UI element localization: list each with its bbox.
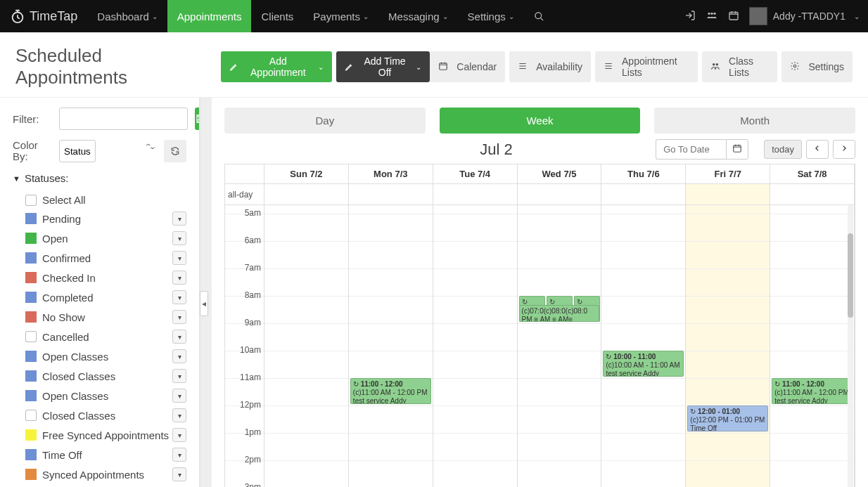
brand[interactable]: TimeTap [0,8,87,24]
allday-cell[interactable] [433,184,518,205]
status-dropdown-button[interactable]: ▾ [172,290,186,304]
status-item[interactable]: Pending▾ [25,209,186,228]
checkbox[interactable] [25,331,37,342]
calendar-event[interactable]: ↻ 12:00 - 01:00(c)12:00 PM - 01:00 PM Ti… [687,405,768,431]
day-column[interactable]: ↻ 11:00 - 12:00(c)11:00 AM - 12:00 PM te… [349,205,433,487]
view-tab-class-lists[interactable]: Class Lists [702,51,777,82]
status-label: Free Synced Appointments [42,429,169,441]
status-dropdown-button[interactable]: ▾ [172,349,186,363]
user-menu[interactable]: Addy -TTADDY1 ⌄ [749,7,860,25]
status-swatch [25,311,37,323]
checkbox[interactable] [25,410,37,421]
nav-item-appointments[interactable]: Appointments [167,0,252,32]
day-column[interactable] [433,205,518,487]
allday-cell[interactable] [686,184,770,205]
status-dropdown-button[interactable]: ▾ [172,389,186,403]
status-item[interactable]: Completed▾ [25,287,186,307]
nav-item-settings[interactable]: Settings⌄ [458,0,524,32]
view-tab-availability[interactable]: Availability [509,51,591,82]
view-tab-calendar[interactable]: Calendar [430,51,505,82]
status-item[interactable]: Checked In▾ [25,268,186,287]
status-dropdown-button[interactable]: ▾ [172,212,186,226]
day-column[interactable] [264,205,349,487]
next-button[interactable] [833,140,855,159]
refresh-color-button[interactable] [164,140,186,162]
status-dropdown-button[interactable]: ▾ [172,310,186,324]
status-item[interactable]: Open Classes▾ [25,346,186,366]
status-item[interactable]: Free Synced Appointments▾ [25,425,186,445]
add-appointment-button[interactable]: Add Appointment ⌄ [221,51,332,82]
status-dropdown-button[interactable]: ▾ [172,467,186,481]
go-to-date-input[interactable] [656,139,726,160]
save-filter-button[interactable] [195,108,200,130]
hour-label: 11am [240,372,261,382]
scope-tab-week[interactable]: Week [440,108,641,134]
day-column[interactable]: ↻ 12:00 - 01:00(c)12:00 PM - 01:00 PM Ti… [686,205,770,487]
collapse-sidebar-handle[interactable]: ◂ [200,291,208,316]
status-dropdown-button[interactable]: ▾ [172,428,186,442]
scope-tab-day[interactable]: Day [224,108,426,134]
status-item-select-all[interactable]: Select All [25,191,186,209]
status-dropdown-button[interactable]: ▾ [172,330,186,344]
status-dropdown-button[interactable]: ▾ [172,251,186,265]
event-time: 12:00 - 01:00 [698,408,740,415]
status-item[interactable]: No Show▾ [25,307,186,327]
allday-cell[interactable] [264,184,349,205]
scope-tab-month[interactable]: Month [654,108,855,134]
today-button[interactable]: today [764,140,802,159]
status-dropdown-button[interactable]: ▾ [172,408,186,422]
allday-cell[interactable] [518,184,602,205]
date-picker-button[interactable] [726,139,748,160]
chevron-down-icon: ⌄ [854,13,860,20]
calendar-event[interactable]: ↻ 11:00 - 12:00(c)11:00 AM - 12:00 PM te… [350,378,431,404]
filter-input[interactable] [59,108,188,130]
day-column[interactable]: ↻ 11:00 - 12:00(c)11:00 AM - 12:00 PM te… [770,205,855,487]
calendar-days-header: Sun 7/2Mon 7/3Tue 7/4Wed 7/5Thu 7/6Fri 7… [225,164,855,184]
calendar-event[interactable]: ↻ 11:00 - 12:00(c)11:00 AM - 12:00 PM te… [772,378,853,404]
calendar-icon[interactable] [728,10,739,23]
status-dropdown-button[interactable]: ▾ [172,369,186,383]
calendar-event[interactable]: (c)07:0(c)08:0(c)08:0 PM ≡ AM ≡ AM≡ [519,305,600,322]
prev-button[interactable] [806,140,829,159]
day-column[interactable]: ↻ 08:00↻ 08:00↻ 08:00(c)07:0(c)08:0(c)08… [518,205,602,487]
scrollbar[interactable] [848,205,853,487]
status-item[interactable]: Cancelled▾ [25,327,186,346]
checkbox[interactable] [25,195,37,206]
status-item[interactable]: Synced Appointments▾ [25,465,186,484]
svg-point-4 [713,12,715,14]
calendar-event[interactable]: ↻ 10:00 - 11:00(c)10:00 AM - 11:00 AM te… [603,351,684,377]
day-column[interactable]: ↻ 10:00 - 11:00(c)10:00 AM - 11:00 AM te… [601,205,686,487]
search-button[interactable] [524,0,554,32]
allday-cell[interactable] [349,184,433,205]
nav-item-messaging[interactable]: Messaging⌄ [378,0,458,32]
status-dropdown-button[interactable]: ▾ [172,448,186,462]
color-by-select[interactable]: Status [59,140,96,162]
status-item[interactable]: Closed Classes▾ [25,366,186,386]
login-icon[interactable] [684,10,696,23]
status-swatch [25,469,37,480]
body: Filter: Color By: Status ▼ Statuses: [0,97,868,487]
view-tab-appointment-lists[interactable]: Appointment Lists [595,51,698,82]
nav-item-dashboard[interactable]: Dashboard⌄ [87,0,167,32]
status-item[interactable]: Confirmed▾ [25,248,186,268]
group-icon[interactable] [706,10,718,23]
status-label: Pending [42,213,81,225]
recurring-icon: ↻ [774,380,780,388]
status-dropdown-button[interactable]: ▾ [172,231,186,245]
view-tab-settings[interactable]: Settings [781,51,853,82]
view-tab-icon [604,61,618,73]
allday-cell[interactable] [770,184,855,205]
nav-item-clients[interactable]: Clients [251,0,303,32]
status-item[interactable]: Open▾ [25,228,186,248]
status-item[interactable]: Time Off▾ [25,445,186,465]
nav-item-payments[interactable]: Payments⌄ [303,0,378,32]
top-nav: TimeTap Dashboard⌄AppointmentsClientsPay… [0,0,868,32]
status-item[interactable]: Open Classes▾ [25,386,186,405]
allday-cell[interactable] [601,184,686,205]
add-time-off-button[interactable]: Add Time Off ⌄ [336,51,430,82]
status-dropdown-button[interactable]: ▾ [172,271,186,285]
svg-point-8 [716,63,719,65]
status-item[interactable]: Closed Classes▾ [25,405,186,425]
hour-label: 1pm [245,427,261,437]
statuses-toggle[interactable]: ▼ Statuses: [13,172,186,184]
